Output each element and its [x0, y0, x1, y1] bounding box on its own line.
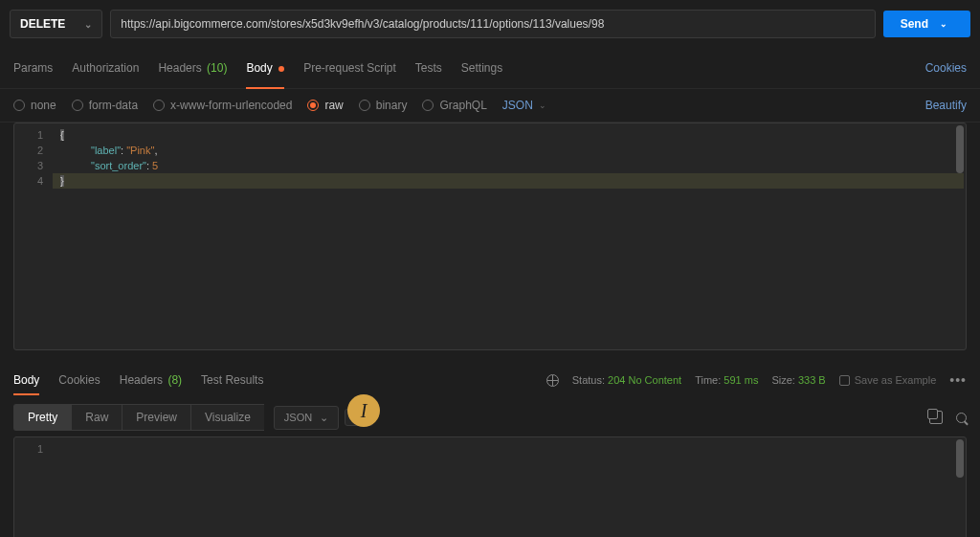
request-tabs: Params Authorization Headers (10) Body P… — [0, 48, 980, 89]
copy-icon[interactable] — [929, 411, 943, 424]
cookies-link[interactable]: Cookies — [925, 61, 967, 75]
url-input-wrap — [110, 10, 875, 38]
response-tabs: Body Cookies Headers (8) Test Results St… — [0, 362, 980, 398]
res-tab-body[interactable]: Body — [13, 369, 39, 391]
body-type-formdata[interactable]: form-data — [72, 99, 138, 112]
unsaved-dot-icon — [278, 66, 284, 72]
res-tab-cookies[interactable]: Cookies — [58, 369, 100, 391]
code-area[interactable]: { "label": "Pink", "sort_order": 5 } — [53, 123, 966, 349]
res-tab-headers[interactable]: Headers (8) — [120, 369, 182, 391]
chevron-down-icon: ⌄ — [940, 19, 947, 29]
send-label: Send — [901, 17, 928, 31]
tab-tests[interactable]: Tests — [415, 56, 442, 80]
method-label: DELETE — [20, 17, 65, 31]
method-select[interactable]: DELETE ⌄ — [10, 10, 102, 38]
radio-icon — [307, 100, 319, 111]
globe-icon[interactable] — [546, 374, 559, 387]
body-type-none[interactable]: none — [13, 99, 56, 112]
body-type-graphql[interactable]: GraphQL — [422, 99, 486, 112]
radio-icon — [153, 100, 165, 111]
tab-headers[interactable]: Headers (10) — [158, 56, 227, 80]
chevron-down-icon: ⌄ — [539, 101, 546, 110]
gutter: 1 2 3 4 — [14, 123, 53, 349]
bottom-bar — [0, 518, 980, 537]
chevron-down-icon: ⌄ — [320, 412, 328, 424]
tab-authorization[interactable]: Authorization — [72, 56, 139, 80]
radio-icon — [359, 100, 370, 111]
view-raw[interactable]: Raw — [71, 404, 122, 431]
radio-icon — [422, 100, 434, 111]
save-icon — [839, 375, 850, 386]
raw-format-select[interactable]: JSON ⌄ — [502, 99, 546, 112]
body-type-binary[interactable]: binary — [359, 99, 408, 112]
view-tabs: Pretty Raw Preview Visualize JSON ⌄ — [0, 398, 980, 436]
search-icon[interactable] — [956, 413, 967, 423]
view-preview[interactable]: Preview — [122, 404, 190, 431]
response-format-select[interactable]: JSON ⌄ — [274, 406, 339, 430]
more-options-icon[interactable]: ••• — [949, 372, 967, 388]
url-input[interactable] — [121, 17, 864, 31]
view-pretty[interactable]: Pretty — [13, 404, 71, 431]
tab-body[interactable]: Body — [246, 56, 284, 80]
tab-settings[interactable]: Settings — [461, 56, 502, 80]
body-type-row: none form-data x-www-form-urlencoded raw… — [0, 89, 980, 123]
tab-prerequest[interactable]: Pre-request Script — [303, 56, 396, 80]
beautify-link[interactable]: Beautify — [925, 99, 967, 112]
radio-icon — [13, 100, 25, 111]
request-body-editor[interactable]: 1 2 3 4 { "label": "Pink", "sort_order":… — [13, 123, 967, 350]
tab-params[interactable]: Params — [13, 56, 53, 80]
save-example-button[interactable]: Save as Example — [839, 374, 937, 386]
res-tab-testresults[interactable]: Test Results — [201, 369, 263, 391]
scrollbar-thumb[interactable] — [956, 125, 964, 173]
status-info: Status: 204 No Content Time: 591 ms Size… — [546, 372, 967, 388]
radio-icon — [72, 100, 83, 111]
gutter: 1 — [14, 437, 53, 457]
body-type-raw[interactable]: raw — [307, 99, 343, 112]
view-visualize[interactable]: Visualize — [190, 404, 264, 431]
body-type-xwww[interactable]: x-www-form-urlencoded — [153, 99, 292, 112]
cursor-indicator-icon: I — [347, 394, 380, 427]
chevron-down-icon: ⌄ — [84, 19, 92, 30]
send-button[interactable]: Send ⌄ — [883, 11, 970, 37]
scrollbar-thumb[interactable] — [956, 439, 964, 478]
